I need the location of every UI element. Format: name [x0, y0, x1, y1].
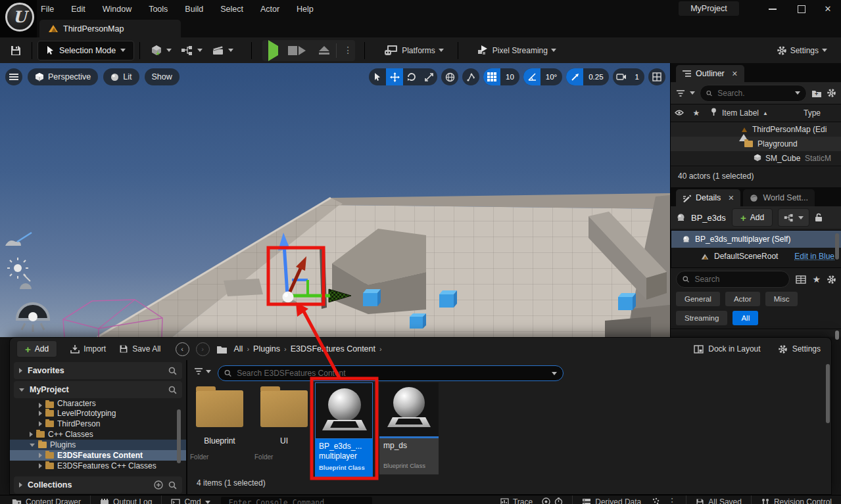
selection-mode-dropdown[interactable]: Selection Mode: [37, 41, 134, 60]
save-button[interactable]: [5, 41, 26, 60]
tree-scrollbar[interactable]: [177, 409, 181, 463]
tree-item-thirdperson[interactable]: ThirdPerson: [10, 419, 186, 429]
cb-import-button[interactable]: Import: [70, 344, 106, 354]
blue-cube[interactable]: [410, 313, 426, 329]
quad-view-button[interactable]: [648, 68, 665, 85]
search-icon[interactable]: [168, 481, 177, 490]
cmd-dropdown[interactable]: Cmd: [171, 495, 210, 504]
camera-speed-value[interactable]: 1: [630, 68, 644, 85]
filter-chevron-icon[interactable]: [690, 91, 695, 95]
settings-dropdown[interactable]: Settings: [772, 41, 832, 60]
add-actor-button[interactable]: +: [145, 41, 176, 60]
search-icon[interactable]: [168, 367, 177, 375]
world-space-button[interactable]: [441, 68, 458, 85]
breadcrumb-e3ds-content[interactable]: E3DSFeatures Content: [291, 344, 375, 354]
lock-icon[interactable]: [815, 213, 823, 222]
tab-world-settings[interactable]: World Sett...: [743, 189, 815, 206]
menu-actor[interactable]: Actor: [260, 5, 279, 14]
tree-item-cpp-classes[interactable]: C++ Classes: [10, 429, 186, 440]
camera-speed-button[interactable]: [613, 68, 630, 85]
filter-chip-misc[interactable]: Misc: [765, 292, 798, 306]
new-folder-icon[interactable]: +: [811, 89, 822, 98]
frame-skip-button[interactable]: [288, 46, 306, 55]
scale-snap-value[interactable]: 0.25: [583, 68, 608, 85]
tab-details[interactable]: Details ✕: [676, 189, 740, 206]
pixel-streaming-dropdown[interactable]: Pixel Streaming: [473, 41, 561, 60]
blue-cube[interactable]: [618, 293, 636, 310]
menu-file[interactable]: File: [41, 5, 54, 14]
menu-edit[interactable]: Edit: [71, 5, 85, 14]
visibility-column-eye-icon[interactable]: [671, 108, 688, 118]
scale-snap-button[interactable]: [566, 68, 583, 85]
outliner-settings-gear-icon[interactable]: [827, 88, 836, 98]
component-row-scene-root[interactable]: DefaultSceneRoot Edit in Blue: [671, 248, 841, 265]
type-column[interactable]: Type: [804, 108, 841, 118]
maximize-button[interactable]: [788, 0, 815, 18]
filter-chip-general[interactable]: General: [676, 292, 720, 306]
add-collection-icon[interactable]: [154, 480, 163, 490]
outliner-row-playground[interactable]: Playground: [671, 137, 841, 151]
tile-folder-blueprint[interactable]: Blueprint Folder: [190, 385, 249, 461]
viewport-options-button[interactable]: [5, 68, 22, 85]
path-folder-icon[interactable]: [216, 345, 228, 354]
menu-select[interactable]: Select: [220, 5, 243, 14]
filter-chip-all[interactable]: All: [733, 311, 758, 325]
cb-filter-chevron-icon[interactable]: [206, 370, 211, 373]
item-label-column[interactable]: Item Label▲: [722, 108, 804, 118]
grid-snap-value[interactable]: 10: [500, 68, 519, 85]
console-command-input[interactable]: [228, 497, 366, 504]
pin-column-icon[interactable]: [705, 108, 722, 118]
unreal-logo[interactable]: U: [0, 0, 37, 37]
tree-item-characters[interactable]: Characters: [10, 400, 186, 408]
cb-search[interactable]: [218, 365, 564, 381]
content-drawer-button[interactable]: Content Drawer: [12, 495, 81, 504]
edit-in-blueprint-link[interactable]: Edit in Blue: [794, 252, 834, 261]
menu-tools[interactable]: Tools: [149, 5, 168, 14]
filter-icon[interactable]: [676, 89, 685, 97]
back-button[interactable]: ‹: [176, 342, 189, 356]
all-saved-button[interactable]: All Saved: [696, 495, 742, 504]
favorites-section[interactable]: Favorites: [14, 362, 182, 379]
tile-folder-ui[interactable]: UI Folder: [254, 385, 314, 461]
details-search[interactable]: [676, 271, 790, 288]
console-command[interactable]: [221, 497, 372, 504]
grid-snap-button[interactable]: [483, 68, 500, 85]
property-matrix-icon[interactable]: [796, 275, 806, 284]
angle-snap-button[interactable]: [523, 68, 541, 85]
tile-bp-e3ds-multiplayer[interactable]: BP_e3ds_... multiplayer Blueprint Class: [315, 382, 374, 477]
close-button[interactable]: ✕: [815, 0, 841, 18]
blue-cube[interactable]: [439, 290, 457, 308]
outliner-row-thirdpersonmap[interactable]: ThirdPersonMap (Edi: [671, 122, 841, 137]
forward-button[interactable]: ›: [196, 342, 210, 356]
search-icon[interactable]: [168, 386, 177, 394]
cb-add-button[interactable]: +Add: [16, 340, 57, 357]
light-billboards[interactable]: [5, 233, 49, 332]
tree-item-e3ds-content[interactable]: E3DSFeatures Content: [10, 450, 186, 461]
menu-window[interactable]: Window: [103, 5, 132, 14]
trace-button[interactable]: Trace: [500, 495, 533, 504]
favorite-column-star-icon[interactable]: ★: [688, 108, 705, 118]
viewport[interactable]: Perspective Lit Show 10: [0, 63, 670, 337]
tab-thirdpersonmap[interactable]: ThirdPersonMap: [39, 20, 181, 37]
insights-icons[interactable]: [542, 495, 563, 504]
add-component-button[interactable]: +Add: [732, 208, 773, 227]
revision-control-button[interactable]: Revision Control: [761, 495, 832, 504]
play-button[interactable]: [265, 46, 281, 55]
collections-section[interactable]: Collections: [14, 476, 182, 493]
close-tab-icon[interactable]: ✕: [728, 194, 734, 202]
background-tasks[interactable]: ⋮: [652, 495, 677, 504]
tile-mp-ds[interactable]: mp_ds Blueprint Class: [379, 382, 440, 474]
cinematics-button[interactable]: [207, 41, 238, 60]
outliner-row-smcube[interactable]: SM_Cube StaticM: [671, 151, 841, 166]
move-tool-button[interactable]: [386, 68, 403, 85]
menu-help[interactable]: Help: [297, 5, 314, 14]
tree-item-plugins[interactable]: Plugins: [10, 440, 186, 450]
cb-settings-button[interactable]: Settings: [778, 344, 821, 354]
blueprints-button[interactable]: [176, 41, 207, 60]
perspective-dropdown[interactable]: Perspective: [28, 68, 98, 85]
viewport-scene[interactable]: [0, 63, 670, 337]
cb-filter-icon[interactable]: [194, 367, 203, 375]
scale-tool-button[interactable]: [420, 68, 437, 85]
minimize-button[interactable]: [759, 0, 786, 18]
tab-outliner[interactable]: Outliner ✕: [676, 65, 744, 82]
